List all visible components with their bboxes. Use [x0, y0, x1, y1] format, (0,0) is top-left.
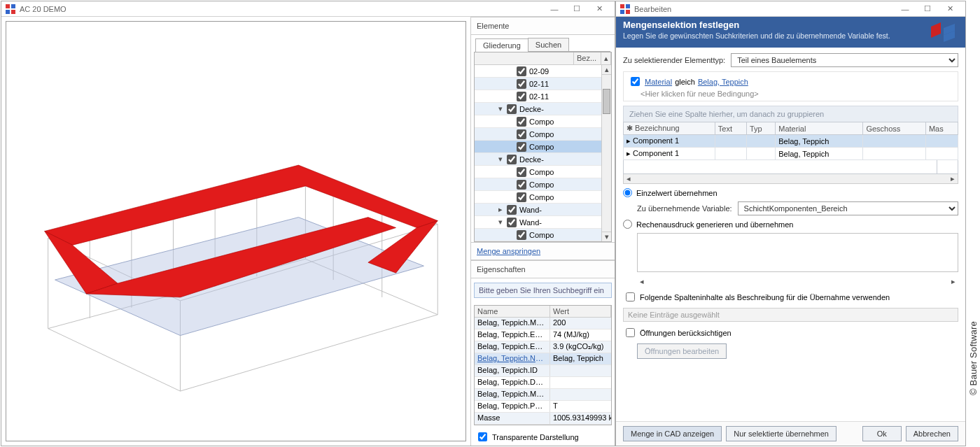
svg-rect-22 — [620, 4, 624, 8]
criteria-add[interactable]: <Hier klicken für neue Bedingung> — [628, 88, 953, 98]
props-row[interactable]: Belag, Teppich.Mas...200 — [475, 318, 611, 329]
criteria-checkbox[interactable] — [631, 77, 640, 86]
watermark: © Bauer Software — [968, 321, 979, 395]
props-row[interactable]: Belag, Teppich.Des... — [475, 377, 611, 389]
props-row[interactable]: Belag, Teppich.Em...74 (MJ/kg) — [475, 329, 611, 341]
elemtype-select[interactable]: Teil eines Bauelements — [731, 53, 958, 67]
props-row[interactable]: Belag, Teppich.Ma... — [475, 389, 611, 401]
noentries-field: Keine Einträge ausgewählt — [623, 308, 958, 322]
maximize-button[interactable]: ☐ — [566, 2, 588, 16]
tree-row[interactable]: Compo — [475, 178, 611, 191]
viewport-3d[interactable] — [6, 21, 466, 441]
result-col-bezeichnung[interactable]: ✱ Bezeichnung — [624, 122, 715, 135]
col-value[interactable]: Wert — [550, 306, 611, 317]
result-row[interactable]: ▸ Component 1Belag, Teppich — [624, 135, 958, 148]
elemtype-label: Zu selektierender Elementtyp: — [623, 56, 725, 64]
main-titlebar: AC 20 DEMO — ☐ ✕ — [1, 1, 615, 17]
expr-textarea[interactable] — [637, 233, 958, 272]
radio-expr[interactable] — [623, 220, 632, 229]
radio-single[interactable] — [623, 188, 632, 197]
props-row[interactable]: Belag, Teppich.Par...T — [475, 401, 611, 413]
tree-row[interactable]: Compo — [475, 229, 611, 241]
tree-scrollbar[interactable]: ▴▾ — [601, 65, 611, 241]
tree-row[interactable]: Compo — [475, 128, 611, 141]
transparent-toggle[interactable]: Transparente Darstellung — [471, 428, 615, 446]
props-row[interactable]: Belag, Teppich.NameBelag, Teppich — [475, 353, 611, 365]
variable-select[interactable]: SchichtKomponenten_Bereich — [738, 201, 958, 215]
props-grid[interactable]: Name Wert Belag, Teppich.Mas...200Belag,… — [474, 305, 612, 425]
criteria-box: Material gleich Belag, Teppich <Hier kli… — [623, 71, 958, 101]
svg-rect-23 — [626, 4, 630, 8]
tree-checkbox[interactable] — [507, 155, 517, 164]
tree-checkbox[interactable] — [517, 129, 526, 139]
jump-to-quantity[interactable]: Menge anspringen — [471, 242, 615, 260]
transparent-checkbox[interactable] — [478, 432, 487, 441]
tab-structure[interactable]: Gliederung — [475, 38, 528, 52]
tree-row[interactable]: Compo — [475, 141, 611, 153]
tree-checkbox[interactable] — [517, 180, 526, 190]
edit-titlebar: Bearbeiten — ☐ ✕ — [616, 1, 965, 17]
result-col-text[interactable]: Text — [715, 122, 746, 135]
close-button[interactable]: ✕ — [588, 2, 610, 16]
radio-single-label: Einzelwert übernehmen — [636, 189, 718, 197]
openings-checkbox[interactable] — [626, 328, 635, 337]
edit-maximize-button[interactable]: ☐ — [916, 2, 939, 16]
edit-footer: Menge in CAD anzeigen Nur selektierte üb… — [616, 421, 965, 446]
tree-checkbox[interactable] — [517, 142, 526, 152]
result-row[interactable]: ▸ Component 1Belag, Teppich — [624, 148, 958, 160]
result-col-typ[interactable]: Typ — [746, 122, 775, 135]
svg-marker-26 — [931, 22, 941, 38]
grouping-bar[interactable]: Ziehen Sie eine Spalte hierher, um danac… — [623, 106, 958, 122]
criteria-line[interactable]: Material gleich Belag, Teppich — [628, 75, 953, 88]
minimize-button[interactable]: — — [543, 2, 566, 16]
col-name[interactable]: Name — [475, 306, 550, 317]
tree-row[interactable]: Compo — [475, 166, 611, 178]
result-col-material[interactable]: Material — [776, 122, 863, 135]
props-row[interactable]: Belag, Teppich.Em...3.9 (kgCO₂/kg) — [475, 341, 611, 353]
svg-rect-1 — [11, 4, 15, 8]
ok-button[interactable]: Ok — [862, 426, 902, 441]
elements-tabstrip: Gliederung Suchen — [475, 38, 610, 52]
cancel-button[interactable]: Abbrechen — [906, 426, 958, 441]
tree-checkbox[interactable] — [517, 79, 526, 89]
tree-checkbox[interactable] — [507, 104, 517, 114]
result-col-mas[interactable]: Mas — [925, 122, 958, 135]
result-col-geschoss[interactable]: Geschoss — [863, 122, 926, 135]
tree-checkbox[interactable] — [517, 167, 526, 177]
only-selected-button[interactable]: Nur selektierte übernehmen — [726, 426, 836, 441]
element-tree[interactable]: 02-0902-1102-11▾Decke-CompoCompoCompo▾De… — [475, 65, 611, 241]
tree-row[interactable]: 02-09 — [475, 65, 611, 78]
edit-minimize-button[interactable]: — — [894, 2, 916, 16]
tree-row[interactable]: Compo — [475, 191, 611, 204]
props-row[interactable]: Belag, Teppich.ID — [475, 365, 611, 377]
tree-row[interactable]: ▾Decke- — [475, 103, 611, 115]
show-in-cad-button[interactable]: Menge in CAD anzeigen — [623, 426, 722, 441]
tree-checkbox[interactable] — [507, 205, 517, 215]
openings-edit-button[interactable]: Öffnungen bearbeiten — [637, 343, 727, 359]
tree-checkbox[interactable] — [517, 192, 526, 202]
tree-checkbox[interactable] — [517, 230, 526, 240]
tree-row[interactable]: 02-11 — [475, 78, 611, 90]
props-search[interactable]: Bitte geben Sie Ihren Suchbegriff ein — [474, 283, 612, 298]
result-table[interactable]: ✱ BezeichnungTextTypMaterialGeschossMas … — [623, 122, 958, 160]
tree-checkbox[interactable] — [517, 66, 526, 76]
tree-row[interactable]: Compo — [475, 115, 611, 128]
tree-checkbox[interactable] — [507, 218, 517, 227]
criteria-attr[interactable]: Material — [645, 78, 672, 86]
criteria-value[interactable]: Belag, Teppich — [698, 78, 748, 86]
table-hscroll[interactable]: ◂▸ — [623, 174, 958, 184]
edit-close-button[interactable]: ✕ — [939, 2, 961, 16]
props-row[interactable]: Masse1005.93149993 kg — [475, 413, 611, 425]
colcontent-label: Folgende Spalteninhalte als Beschreibung… — [640, 293, 890, 301]
tree-row[interactable]: ▾Wand- — [475, 216, 611, 229]
tree-row[interactable]: ▸Wand- — [475, 204, 611, 216]
colcontent-checkbox[interactable] — [626, 292, 635, 301]
tree-row[interactable]: 02-11 — [475, 90, 611, 103]
svg-rect-3 — [11, 10, 15, 14]
tree-row[interactable]: ▾Decke- — [475, 153, 611, 166]
col-bez[interactable]: Bez... — [574, 52, 601, 64]
tree-checkbox[interactable] — [517, 117, 526, 127]
tab-search[interactable]: Suchen — [528, 38, 569, 51]
radio-expr-label: Rechenausdruck generieren und übernehmen — [636, 220, 793, 229]
tree-checkbox[interactable] — [517, 92, 526, 101]
